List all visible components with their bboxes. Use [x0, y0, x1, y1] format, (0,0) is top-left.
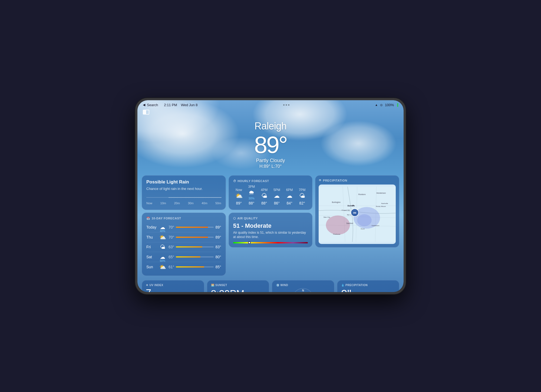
wind-icon: 💨	[276, 284, 279, 287]
search-label[interactable]: Search	[147, 103, 158, 107]
hour-precip-1: 30%	[249, 197, 255, 200]
weather-header: Raleigh 89° Partly Cloudy H:89° L:70°	[137, 115, 404, 175]
hourly-header: ⏱ HOURLY FORECAST	[233, 179, 308, 183]
rain-label-3: 30m	[188, 202, 193, 205]
forecast-row-4: Sun ⛅ 61° 85°	[146, 262, 221, 272]
forecast-precip-0: 40%	[160, 230, 165, 233]
hour-label-3: 5PM	[273, 188, 280, 192]
status-right: ▲ ◎ 100% ▐	[375, 103, 398, 107]
hour-temp-0: 89°	[236, 201, 242, 205]
sidebar-toggle-icon	[143, 110, 149, 115]
city-name: Raleigh	[137, 120, 404, 132]
compass-n: N	[302, 289, 304, 292]
forecast-bar-0	[176, 227, 214, 228]
low-temp: L:70°	[272, 164, 282, 169]
hour-icon-4: ☁	[286, 193, 292, 199]
forecast-bar-fill-3	[176, 256, 200, 257]
svg-point-9	[357, 214, 372, 226]
battery-icon: ▐	[396, 103, 398, 106]
hour-icon-2: 🌤	[261, 193, 267, 199]
rain-description: Chance of light rain in the next hour.	[146, 186, 221, 191]
forecast-high-3: 80°	[215, 255, 221, 259]
rain-label-5: 50m	[215, 202, 221, 205]
calendar-icon: 📅	[146, 217, 150, 220]
forecast-low-3: 65°	[169, 255, 174, 259]
forecast-bar-4	[176, 266, 214, 267]
weather-condition: Partly Cloudy	[137, 158, 404, 163]
uv-tile: ☀ UV INDEX 7 High	[142, 280, 204, 292]
svg-text:Burlington: Burlington	[332, 201, 341, 203]
hourly-row: Now ⛅ 89° 3PM 🌧 30% 88° 4PM 🌤	[233, 185, 308, 205]
svg-text:Chapel Hill: Chapel Hill	[342, 209, 350, 211]
clock-icon: ⏱	[233, 179, 236, 183]
raindrop-icon: 💧	[341, 284, 345, 287]
hour-temp-2: 88°	[261, 201, 267, 205]
hour-label-1: 3PM	[248, 185, 255, 189]
map-tile: ☂ PRECIPITATION	[315, 175, 399, 248]
aq-bar	[233, 242, 308, 243]
content-grid: Possible Light Rain Chance of light rain…	[137, 175, 404, 280]
forecast-low-4: 61°	[169, 265, 174, 269]
precipitation-tile: 💧 PRECIPITATION 0" in last hour	[337, 280, 400, 292]
forecast-bar-fill-0	[176, 227, 208, 228]
aq-value: 51 - Moderate	[233, 222, 308, 229]
forecast-day-0: Today	[146, 225, 157, 229]
sunset-header: 🌅 SUNSET	[211, 284, 265, 287]
hour-temp-1: 88°	[249, 201, 254, 205]
hour-label-0: Now	[236, 188, 242, 192]
forecast-low-2: 63°	[169, 245, 174, 249]
sunset-icon: 🌅	[211, 284, 215, 287]
hour-item-1: 3PM 🌧 30% 88°	[246, 185, 257, 205]
status-bar: ◀ Search 2:11 PM Wed Jun 8 ▲ ◎ 100% ▐	[137, 100, 404, 109]
svg-text:Sanford: Sanford	[347, 222, 353, 224]
hour-item-0: Now ⛅ 89°	[233, 188, 245, 205]
forecast-icon-1: ⛅	[159, 234, 166, 240]
map-container[interactable]: Roxboro Henderson Burlington Durham Chap…	[319, 185, 396, 244]
forecast-row-1: Thu ⛅ 70° 89°	[146, 232, 221, 242]
back-arrow: ◀	[143, 103, 145, 107]
hour-item-5: 7PM 🌤 82°	[296, 188, 308, 205]
forecast-bar-1	[176, 237, 214, 238]
rain-bar	[146, 195, 221, 200]
hour-item-3: 5PM ☁ 86°	[271, 188, 283, 205]
hourly-tile: ⏱ HOURLY FORECAST Now ⛅ 89° 3PM 🌧 30% 88…	[229, 175, 313, 210]
svg-text:89: 89	[353, 211, 356, 214]
hour-icon-3: ☁	[274, 193, 280, 199]
sidebar-toggle-button[interactable]	[143, 109, 150, 115]
forecast-icon-4: ⛅	[159, 264, 166, 270]
aq-description: Air quality index is 51, which is simila…	[233, 230, 308, 240]
wifi-icon: ◎	[380, 103, 383, 107]
svg-text:Henderson: Henderson	[377, 192, 386, 194]
uv-value: 7	[146, 288, 200, 292]
forecast-day-4: Sun	[146, 265, 157, 269]
forecast-high-2: 83°	[215, 245, 221, 249]
precip-header: 💧 PRECIPITATION	[341, 284, 395, 287]
forecast-high-0: 89°	[215, 225, 221, 229]
rain-label-2: 20m	[174, 202, 180, 205]
wind-tile: 💨 WIND N S E W 6 mph	[272, 280, 334, 292]
uv-header: ☀ UV INDEX	[146, 284, 200, 287]
rain-tile: Possible Light Rain Chance of light rain…	[142, 175, 226, 210]
device-frame: ◀ Search 2:11 PM Wed Jun 8 ▲ ◎ 100% ▐ R	[135, 98, 406, 294]
status-date: Wed Jun 8	[181, 103, 198, 107]
forecast-high-4: 85°	[215, 265, 221, 269]
bottom-grid: ☀ UV INDEX 7 High 🌅 SUNSET 8:29PM	[137, 280, 404, 292]
forecast-low-0: 70°	[169, 225, 174, 229]
hi-lo: H:89° L:70°	[137, 164, 404, 169]
hour-item-2: 4PM 🌤 88°	[258, 188, 270, 205]
forecast-bar-3	[176, 256, 214, 257]
forecast-icon-2: 🌤	[159, 244, 166, 250]
rain-label-1: 10m	[160, 202, 166, 205]
battery-label: 100%	[385, 103, 394, 107]
rain-timeline: Now 10m 20m 30m 40m 50m	[146, 195, 221, 206]
forecast-row-3: Sat ☁ 60% 65° 80°	[146, 252, 221, 262]
forecast-row-2: Fri 🌤 63° 83°	[146, 242, 221, 252]
status-left: ◀ Search 2:11 PM Wed Jun 8	[143, 103, 198, 107]
forecast-temps-1: 70° 89°	[169, 235, 221, 239]
hour-temp-4: 84°	[287, 201, 292, 205]
forecast-bar-fill-2	[176, 246, 202, 247]
forecast-icon-3: ☁ 60%	[159, 254, 166, 260]
forecast-bar-2	[176, 246, 214, 247]
forecast-bar-fill-1	[176, 237, 208, 238]
forecast-day-3: Sat	[146, 255, 157, 259]
